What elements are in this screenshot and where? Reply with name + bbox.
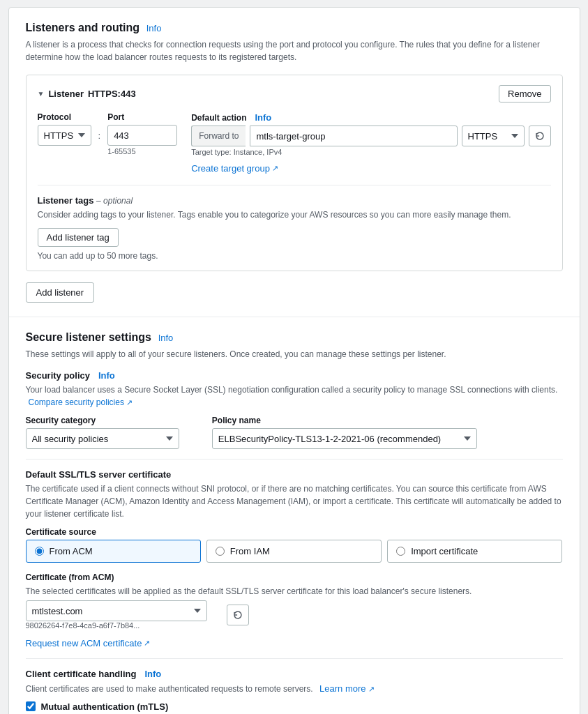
- target-group-select[interactable]: mtls-target-group: [250, 126, 457, 146]
- target-type-info: Target type: Instance, IPv4: [191, 148, 550, 156]
- cert-dropdown-wrapper: mtlstest.com 98026264-f7e8-4ca9-a6f7-7b8…: [26, 600, 221, 630]
- secure-listener-info-link[interactable]: Info: [158, 333, 174, 343]
- section-header: Listeners and routing Info: [26, 22, 563, 34]
- ssl-cert-desc: The certificate used if a client connect…: [26, 483, 563, 520]
- tags-section: Listener tags – optional Consider adding…: [38, 185, 551, 261]
- ssl-cert-title: Default SSL/TLS server certificate: [26, 469, 563, 480]
- tags-title: Listener tags – optional: [38, 195, 551, 206]
- cert-select-dropdown[interactable]: mtlstest.com: [26, 600, 207, 621]
- compare-security-policies-link[interactable]: Compare security policies ↗: [29, 397, 133, 407]
- refresh-icon: [535, 131, 545, 141]
- client-cert-group: Client certificate handling Info Client …: [26, 658, 563, 714]
- client-cert-divider: [26, 658, 563, 659]
- mtls-checkbox-label[interactable]: Mutual authentication (mTLS): [41, 701, 169, 712]
- listener-protocol-port: HTTPS:443: [88, 89, 136, 99]
- security-policy-title: Security policy Info: [26, 370, 563, 381]
- policy-name-label: Policy name: [212, 416, 563, 425]
- learn-more-external-icon: ↗: [368, 685, 375, 693]
- port-hint: 1-65535: [107, 147, 177, 155]
- mtls-checkbox[interactable]: [26, 701, 36, 711]
- security-category-select[interactable]: All security policies: [26, 428, 179, 449]
- cert-source-import-option[interactable]: Import certificate: [387, 540, 562, 563]
- default-action-field: Default action Info Forward to mtls-targ…: [191, 112, 550, 174]
- forward-label: Forward to: [191, 126, 246, 146]
- cert-source-iam-radio[interactable]: [216, 547, 225, 556]
- port-field: Port 1-65535: [107, 112, 177, 155]
- protocol-port-row: Protocol HTTPS : Port 1-65535 Default ac…: [38, 112, 551, 174]
- protocol-field: Protocol HTTPS: [38, 112, 91, 146]
- forward-row: Forward to mtls-target-group HTTPS: [191, 126, 550, 146]
- policy-name-field: Policy name ELBSecurityPolicy-TLS13-1-2-…: [212, 416, 563, 449]
- listener-title: ▼ Listener HTTPS:443: [38, 89, 136, 99]
- create-target-group-link[interactable]: Create target group ↗: [191, 163, 278, 174]
- cert-from-acm-group: Certificate (from ACM) The selected cert…: [26, 572, 563, 648]
- tags-divider: [38, 185, 551, 185]
- port-label: Port: [107, 112, 177, 122]
- colon-separator: :: [98, 130, 101, 141]
- listeners-routing-info-link[interactable]: Info: [146, 23, 162, 33]
- remove-listener-button[interactable]: Remove: [499, 85, 550, 102]
- client-cert-learn-more-link[interactable]: Learn more ↗: [319, 683, 375, 694]
- cert-source-acm-option[interactable]: From ACM: [26, 540, 201, 563]
- ssl-cert-group: Default SSL/TLS server certificate The c…: [26, 459, 563, 648]
- port-input[interactable]: [107, 125, 177, 146]
- cert-source-label: Certificate source: [26, 527, 563, 537]
- cert-id: 98026264-f7e8-4ca9-a6f7-7b84...: [26, 621, 221, 630]
- secure-listener-desc: These settings will apply to all of your…: [26, 348, 563, 360]
- security-policy-group: Security policy Info Your load balancer …: [26, 370, 563, 449]
- default-action-label: Default action Info: [191, 112, 550, 123]
- external-link-icon: ↗: [272, 164, 278, 173]
- add-listener-tag-button[interactable]: Add listener tag: [38, 228, 119, 247]
- refresh-cert-icon: [233, 610, 243, 620]
- cert-source-acm-radio[interactable]: [35, 547, 44, 556]
- cert-source-field: Certificate source From ACM From IAM Imp…: [26, 527, 563, 563]
- cert-select-row: mtlstest.com 98026264-f7e8-4ca9-a6f7-7b8…: [26, 600, 563, 630]
- listeners-routing-title: Listeners and routing: [26, 22, 140, 33]
- cert-acm-desc: The selected certificates will be applie…: [26, 585, 563, 598]
- secure-listener-title: Secure listener settings: [26, 331, 152, 343]
- protocol-label: Protocol: [38, 112, 91, 122]
- ssl-cert-divider: [26, 459, 563, 459]
- request-cert-external-icon: ↗: [144, 639, 150, 648]
- refresh-target-button[interactable]: [529, 126, 551, 146]
- security-policy-info-link[interactable]: Info: [98, 370, 115, 381]
- collapse-icon: ▼: [38, 90, 45, 98]
- client-cert-info-link[interactable]: Info: [144, 669, 161, 679]
- security-policy-selects: Security category All security policies …: [26, 416, 563, 449]
- client-cert-title: Client certificate handling Info: [26, 669, 563, 679]
- security-policy-desc: Your load balancer uses a Secure Socket …: [26, 383, 563, 409]
- cert-source-radio-group: From ACM From IAM Import certificate: [26, 540, 563, 563]
- listener-box: ▼ Listener HTTPS:443 Remove Protocol HTT…: [26, 75, 563, 271]
- security-category-field: Security category All security policies: [26, 416, 201, 449]
- request-cert-link[interactable]: Request new ACM certificate ↗: [26, 638, 151, 648]
- mtls-checkbox-row: Mutual authentication (mTLS): [26, 701, 563, 712]
- compare-external-icon: ↗: [126, 398, 133, 407]
- tags-desc: Consider adding tags to your listener. T…: [38, 208, 551, 221]
- security-category-label: Security category: [26, 416, 201, 425]
- cert-source-iam-option[interactable]: From IAM: [206, 540, 382, 563]
- client-cert-desc: Client certificates are used to make aut…: [26, 682, 563, 696]
- cert-source-import-radio[interactable]: [396, 547, 405, 556]
- secure-listener-section: Secure listener settings Info These sett…: [9, 317, 580, 714]
- policy-name-select[interactable]: ELBSecurityPolicy-TLS13-1-2-2021-06 (rec…: [212, 428, 477, 449]
- listeners-routing-section: Listeners and routing Info A listener is…: [9, 8, 580, 317]
- default-action-info-link[interactable]: Info: [255, 112, 271, 123]
- main-container: Listeners and routing Info A listener is…: [8, 7, 580, 714]
- listener-header: ▼ Listener HTTPS:443 Remove: [38, 85, 551, 102]
- listeners-routing-desc: A listener is a process that checks for …: [26, 38, 563, 63]
- refresh-cert-button[interactable]: [227, 605, 249, 625]
- add-listener-button[interactable]: Add listener: [26, 282, 95, 303]
- tags-hint: You can add up to 50 more tags.: [38, 251, 551, 261]
- listener-word: Listener: [48, 89, 84, 99]
- target-protocol-select[interactable]: HTTPS: [462, 126, 525, 146]
- protocol-select[interactable]: HTTPS: [38, 125, 91, 146]
- secure-listener-header: Secure listener settings Info: [26, 331, 563, 344]
- cert-from-acm-label: Certificate (from ACM): [26, 572, 563, 582]
